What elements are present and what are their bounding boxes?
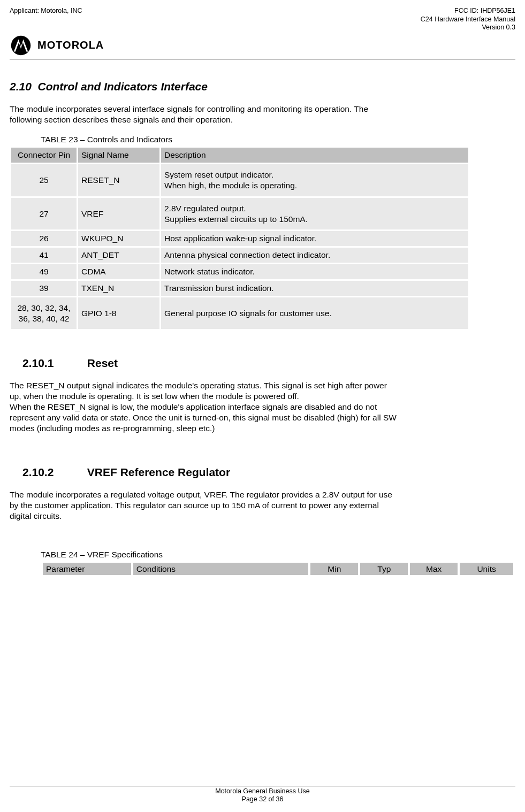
table23-header-row: Connector Pin Signal Name Description xyxy=(11,148,468,163)
header-divider xyxy=(10,59,515,59)
subsection-title: Reset xyxy=(87,357,118,369)
table-row: 25 RESET_N System reset output indicator… xyxy=(11,164,468,196)
t24-head-conditions: Conditions xyxy=(133,563,309,576)
t23-desc: Host application wake-up signal indicato… xyxy=(161,231,468,246)
vref-p2: by the customer application. This regula… xyxy=(10,500,515,511)
logo-row: MOTOROLA xyxy=(11,35,515,56)
reset-p2: up, when the module is operating. It is … xyxy=(10,391,515,402)
table-vref-spec: Parameter Conditions Min Typ Max Units xyxy=(41,561,515,578)
section-title-text: Control and Indicators Interface xyxy=(38,80,208,93)
flex-spacer xyxy=(10,577,515,785)
t24-head-min: Min xyxy=(310,563,358,576)
section-number: 2.10 xyxy=(10,80,32,93)
reset-p3: When the RESET_N signal is low, the modu… xyxy=(10,402,515,412)
vref-p3: digital circuits. xyxy=(10,511,515,522)
t23-signal: GPIO 1-8 xyxy=(78,297,159,330)
t23-pin: 26 xyxy=(11,231,77,246)
subsection-title: VREF Reference Regulator xyxy=(87,466,230,478)
t23-desc: Network status indicator. xyxy=(161,264,468,279)
t24-head-units: Units xyxy=(460,563,513,576)
motorola-logo-icon xyxy=(11,35,31,56)
t23-signal: VREF xyxy=(78,198,159,230)
t23-head-desc: Description xyxy=(161,148,468,163)
intro-line-2: following section describes these signal… xyxy=(10,114,515,125)
t23-head-pin: Connector Pin xyxy=(11,148,77,163)
applicant-line: Applicant: Motorola, INC xyxy=(10,7,82,16)
footer-line-2: Page 32 of 36 xyxy=(10,795,515,804)
page-footer: Motorola General Business Use Page 32 of… xyxy=(10,787,515,804)
table24-caption: TABLE 24 – VREF Specifications xyxy=(41,549,515,560)
table-row: 41 ANT_DET Antenna physical connection d… xyxy=(11,248,468,263)
table-controls-indicators: Connector Pin Signal Name Description 25… xyxy=(10,146,470,331)
table-row: 28, 30, 32, 34, 36, 38, 40, 42 GPIO 1-8 … xyxy=(11,297,468,330)
section-heading: 2.10 Control and Indicators Interface xyxy=(10,80,515,94)
t23-pin: 49 xyxy=(11,264,77,279)
t23-signal: WKUPO_N xyxy=(78,231,159,246)
reset-p4: represent any valid data or state. Once … xyxy=(10,412,515,423)
page: Applicant: Motorola, INC FCC ID: IHDP56J… xyxy=(0,0,525,812)
t23-desc: Antenna physical connection detect indic… xyxy=(161,248,468,263)
t23-desc: 2.8V regulated output.Supplies external … xyxy=(161,198,468,230)
spacer xyxy=(10,522,515,540)
t23-signal: CDMA xyxy=(78,264,159,279)
page-header: Applicant: Motorola, INC FCC ID: IHDP56J… xyxy=(10,7,515,32)
t23-pin: 41 xyxy=(11,248,77,263)
footer-divider xyxy=(10,786,515,786)
table-row: 27 VREF 2.8V regulated output.Supplies e… xyxy=(11,198,468,230)
t23-signal: TXEN_N xyxy=(78,281,159,296)
table23-caption: TABLE 23 – Controls and Indicators xyxy=(41,134,515,145)
svg-point-0 xyxy=(11,36,31,55)
t23-signal: RESET_N xyxy=(78,164,159,196)
reset-p5: modes (including modes as re-programming… xyxy=(10,423,515,434)
t23-pin: 27 xyxy=(11,198,77,230)
t23-desc: General purpose IO signals for customer … xyxy=(161,297,468,330)
fcc-id: FCC ID: IHDP56JE1 xyxy=(421,7,515,16)
intro-line-1: The module incorporates several interfac… xyxy=(10,104,515,114)
header-right: FCC ID: IHDP56JE1 C24 Hardware Interface… xyxy=(421,7,515,32)
manual-title: C24 Hardware Interface Manual xyxy=(421,16,515,24)
t23-pin: 39 xyxy=(11,281,77,296)
subsection-reset-heading: 2.10.1 Reset xyxy=(22,356,515,371)
t24-head-typ: Typ xyxy=(360,563,408,576)
table-row: 49 CDMA Network status indicator. xyxy=(11,264,468,279)
t23-desc: System reset output indicator.When high,… xyxy=(161,164,468,196)
subsection-number: 2.10.1 xyxy=(22,356,84,371)
manual-version: Version 0.3 xyxy=(421,24,515,32)
motorola-wordmark: MOTOROLA xyxy=(37,39,104,52)
subsection-vref-heading: 2.10.2 VREF Reference Regulator xyxy=(22,465,515,480)
footer-line-1: Motorola General Business Use xyxy=(10,787,515,796)
t23-signal: ANT_DET xyxy=(78,248,159,263)
table-row: 39 TXEN_N Transmission burst indication. xyxy=(11,281,468,296)
vref-p1: The module incorporates a regulated volt… xyxy=(10,489,515,500)
t24-head-max: Max xyxy=(410,563,458,576)
subsection-number: 2.10.2 xyxy=(22,465,84,480)
t23-pin: 25 xyxy=(11,164,77,196)
table-row: 26 WKUPO_N Host application wake-up sign… xyxy=(11,231,468,246)
table24-header-row: Parameter Conditions Min Typ Max Units xyxy=(43,563,513,576)
t23-head-signal: Signal Name xyxy=(78,148,159,163)
t24-head-parameter: Parameter xyxy=(43,563,131,576)
reset-p1: The RESET_N output signal indicates the … xyxy=(10,380,515,391)
t23-pin: 28, 30, 32, 34, 36, 38, 40, 42 xyxy=(11,297,77,330)
t23-desc: Transmission burst indication. xyxy=(161,281,468,296)
